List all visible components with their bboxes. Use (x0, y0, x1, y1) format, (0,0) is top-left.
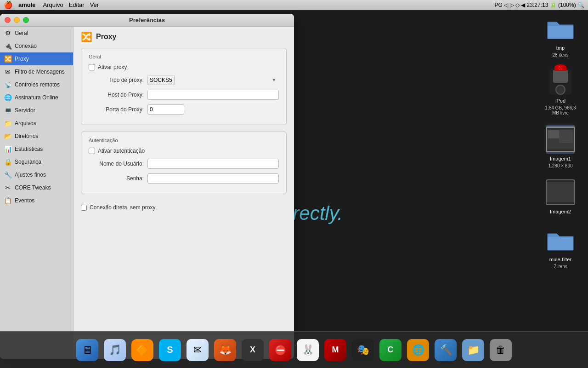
direct-connection-checkbox[interactable] (81, 205, 87, 211)
autenticacao-group-label: Autenticação (89, 138, 279, 143)
sidebar-item-servidor[interactable]: 💻 Servidor (0, 104, 73, 117)
sidebar-item-eventos[interactable]: 📋 Eventos (0, 194, 73, 207)
sidebar-item-diretorios[interactable]: 📂 Diretórios (0, 130, 73, 143)
ativar-proxy-checkbox[interactable] (89, 64, 95, 70)
window-buttons (5, 17, 29, 23)
ajustes-icon: 🔧 (4, 171, 12, 179)
sidebar: ⚙ Geral 🔌 Conexão 🔀 Proxy ✉ Filtro de Me… (0, 27, 74, 359)
menubar-right: PG ◁ ▷ ◇ ◀ 23:27:13 🔋 (100%) 🔍 (495, 2, 584, 8)
tmp-label: tmp (556, 45, 565, 51)
tipo-proxy-label: Tipo de proxy: (89, 77, 144, 83)
menu-file[interactable]: Arquivo (43, 1, 63, 8)
dock-item-finder[interactable]: 🖥 (74, 337, 100, 363)
dock-item-firefox[interactable]: 🦊 (212, 337, 238, 363)
preferences-body: ⚙ Geral 🔌 Conexão 🔀 Proxy ✉ Filtro de Me… (0, 27, 294, 359)
desktop-icon-ipod[interactable]: 🚫 iPod 1,84 GB, 966,3 MB livre (542, 67, 579, 115)
porta-proxy-label: Porta do Proxy: (89, 106, 144, 113)
porta-proxy-input[interactable] (147, 104, 184, 115)
direct-connection-label[interactable]: Conexão direta, sem proxy (90, 204, 155, 211)
desktop-icon-tmp[interactable]: tmp 28 itens (542, 14, 579, 58)
diretorios-icon: 📂 (4, 132, 12, 140)
direct-connection-row: Conexão direta, sem proxy (81, 201, 287, 214)
sidebar-label-geral: Geral (15, 30, 28, 36)
sidebar-item-estatisticas[interactable]: 📊 Estatísticas (0, 143, 73, 155)
apple-menu-icon[interactable]: 🍎 (4, 0, 13, 9)
estatisticas-icon: 📊 (4, 145, 12, 153)
xcode-icon: X (242, 339, 264, 361)
sidebar-item-conexao[interactable]: 🔌 Conexão (0, 40, 73, 52)
sidebar-label-assinatura: Assinatura Online (15, 94, 58, 101)
sidebar-item-assinatura[interactable]: 🌐 Assinatura Online (0, 91, 73, 104)
host-proxy-input[interactable] (147, 90, 279, 100)
desktop-icon-mule-filter[interactable]: mule-filter 7 itens (542, 225, 579, 269)
ativar-autenticacao-checkbox[interactable] (89, 148, 95, 154)
imagem1-icon (546, 125, 575, 154)
dock-item-skype[interactable]: S (157, 337, 183, 363)
dock: 🖥 🎵 🔶 S ✉ 🦊 X ⛔ 🐰 M (0, 331, 588, 368)
geral-group-label: Geral (89, 54, 279, 59)
imagem2-label: Imagem2 (550, 209, 571, 214)
sidebar-item-filtro[interactable]: ✉ Filtro de Mensagens (0, 65, 73, 78)
sidebar-item-seguranca[interactable]: 🔒 Segurança (0, 155, 73, 168)
menu-view[interactable]: Ver (90, 1, 99, 8)
dock-item-app4[interactable]: C (378, 337, 403, 363)
nome-usuario-input[interactable] (147, 159, 279, 169)
app5-icon: 🌐 (407, 339, 429, 361)
controles-icon: 📡 (4, 80, 12, 89)
dock-item-app5[interactable]: 🌐 (405, 337, 431, 363)
desktop-icon-imagem2[interactable]: Imagem2 (542, 178, 579, 216)
core-icon: ✂ (4, 184, 12, 192)
ativar-proxy-row: Ativar proxy (89, 64, 279, 70)
sidebar-label-diretorios: Diretórios (15, 133, 38, 139)
sidebar-label-estatisticas: Estatísticas (15, 146, 43, 152)
sidebar-label-filtro: Filtro de Mensagens (15, 69, 65, 75)
sidebar-item-ajustes[interactable]: 🔧 Ajustes finos (0, 168, 73, 181)
app2-icon: 🐰 (297, 339, 319, 361)
assinatura-icon: 🌐 (4, 93, 12, 102)
app6-icon: 🔨 (435, 339, 457, 361)
dock-item-amule[interactable]: M (322, 337, 348, 363)
imagem1-label: Imagem1 (550, 156, 571, 161)
mule-filter-label: mule-filter (549, 257, 571, 262)
senha-input[interactable] (147, 173, 279, 184)
sidebar-item-proxy[interactable]: 🔀 Proxy (0, 52, 73, 65)
dock-item-app6[interactable]: 🔨 (433, 337, 458, 363)
ipod-icon: 🚫 (546, 67, 575, 96)
imagem2-icon (546, 178, 575, 207)
dock-item-app1[interactable]: ⛔ (267, 337, 293, 363)
sidebar-label-servidor: Servidor (15, 107, 35, 114)
app4-icon: C (379, 339, 401, 361)
ativar-proxy-label[interactable]: Ativar proxy (98, 64, 127, 70)
host-proxy-label: Host do Proxy: (89, 92, 144, 98)
dock-item-itunes[interactable]: 🎵 (102, 337, 128, 363)
sidebar-item-geral[interactable]: ⚙ Geral (0, 27, 73, 40)
app-name: amule (18, 1, 36, 8)
dock-item-app3[interactable]: 🎭 (350, 337, 376, 363)
tipo-proxy-select[interactable]: SOCKS4 SOCKS5 HTTP (147, 75, 175, 85)
sidebar-item-controles[interactable]: 📡 Controles remotos (0, 78, 73, 91)
porta-proxy-row: Porta do Proxy: (89, 104, 279, 115)
host-proxy-row: Host do Proxy: (89, 90, 279, 100)
maximize-button[interactable] (23, 17, 29, 23)
filtro-icon: ✉ (4, 68, 12, 76)
dock-item-mail[interactable]: ✉ (185, 337, 210, 363)
dock-item-folder[interactable]: 📁 (460, 337, 486, 363)
close-button[interactable] (5, 17, 11, 23)
dock-item-vlc[interactable]: 🔶 (130, 337, 155, 363)
menubar: 🍎 amule Arquivo Editar Ver PG ◁ ▷ ◇ ◀ 23… (0, 0, 588, 10)
desktop-icon-imagem1[interactable]: Imagem1 1.280 × 800 (542, 125, 579, 168)
preferences-window: Preferências ⚙ Geral 🔌 Conexão 🔀 Proxy ✉… (0, 14, 294, 359)
firefox-icon: 🦊 (214, 339, 236, 361)
desktop-icons: tmp 28 itens 🚫 iPod 1,84 GB, 966,3 MB li… (542, 14, 579, 269)
sidebar-item-core[interactable]: ✂ CORE Tweaks (0, 181, 73, 194)
dock-item-xcode[interactable]: X (240, 337, 266, 363)
dock-item-app2[interactable]: 🐰 (295, 337, 321, 363)
sidebar-label-core: CORE Tweaks (15, 184, 51, 191)
ativar-autenticacao-label[interactable]: Ativar autenticação (98, 148, 145, 154)
mule-filter-icon (546, 225, 575, 255)
minimize-button[interactable] (14, 17, 20, 23)
menu-edit[interactable]: Editar (69, 1, 85, 8)
sidebar-item-arquivos[interactable]: 📁 Arquivos (0, 117, 73, 130)
skype-icon: S (159, 339, 181, 361)
dock-item-trash[interactable]: 🗑 (488, 337, 514, 363)
